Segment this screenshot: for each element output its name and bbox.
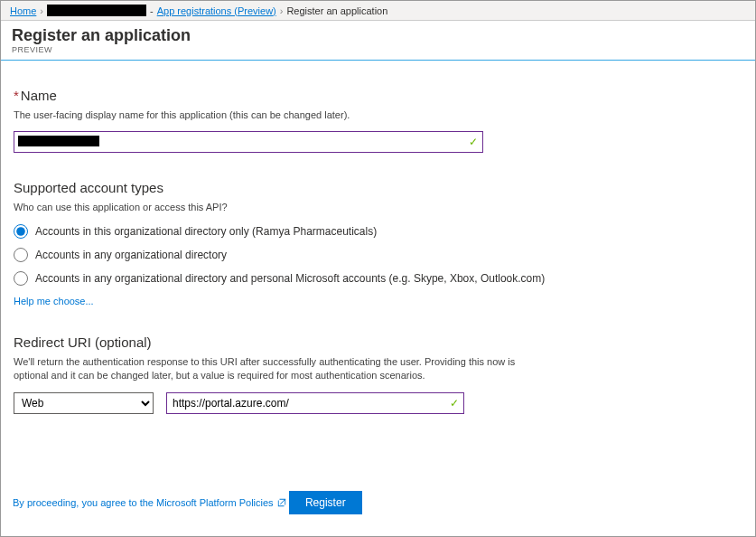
- required-indicator: *: [14, 88, 19, 103]
- accounts-title: Supported account types: [14, 180, 742, 195]
- chevron-right-icon: ›: [280, 5, 284, 16]
- account-type-option-0[interactable]: Accounts in this organizational director…: [14, 224, 742, 239]
- redirect-row: Web ✓: [14, 392, 742, 414]
- page-header: Register an application PREVIEW: [1, 21, 755, 61]
- redirect-uri-input[interactable]: [166, 392, 464, 414]
- redirect-section: Redirect URI (optional) We'll return the…: [14, 334, 742, 414]
- breadcrumb-dash: -: [150, 5, 154, 16]
- help-me-choose-link[interactable]: Help me choose...: [14, 296, 94, 306]
- preview-badge: PREVIEW: [12, 45, 744, 54]
- account-type-option-1[interactable]: Accounts in any organizational directory: [14, 248, 742, 262]
- accounts-description: Who can use this application or access t…: [14, 201, 742, 214]
- accounts-section: Supported account types Who can use this…: [14, 180, 742, 306]
- name-label: *Name: [14, 88, 742, 103]
- redirect-description: We'll return the authentication response…: [14, 355, 519, 383]
- name-input[interactable]: [14, 131, 483, 153]
- form-content: *Name The user-facing display name for t…: [1, 61, 755, 454]
- breadcrumb-home[interactable]: Home: [10, 5, 36, 16]
- consent-link[interactable]: By proceeding, you agree to the Microsof…: [13, 497, 286, 508]
- name-description: The user-facing display name for this ap…: [14, 108, 742, 122]
- register-button[interactable]: Register: [289, 491, 362, 514]
- breadcrumb-app-registrations[interactable]: App registrations (Preview): [157, 5, 276, 16]
- breadcrumb-tenant-redacted: [47, 5, 146, 16]
- account-type-radio-2[interactable]: [14, 271, 28, 286]
- account-type-option-2[interactable]: Accounts in any organizational directory…: [14, 271, 742, 286]
- form-footer: By proceeding, you agree to the Microsof…: [13, 491, 743, 524]
- account-type-radio-0[interactable]: [14, 224, 28, 239]
- name-section: *Name The user-facing display name for t…: [14, 88, 742, 153]
- redirect-title: Redirect URI (optional): [14, 334, 742, 350]
- chevron-right-icon: ›: [40, 5, 43, 16]
- platform-select[interactable]: Web: [14, 392, 154, 414]
- redirect-input-wrapper: ✓: [166, 392, 464, 414]
- name-input-wrapper: ✓: [14, 131, 483, 153]
- page-title: Register an application: [12, 26, 744, 45]
- breadcrumb-current: Register an application: [286, 5, 387, 16]
- external-link-icon: [277, 498, 286, 507]
- account-type-radio-group: Accounts in this organizational director…: [14, 224, 742, 286]
- breadcrumb: Home › - App registrations (Preview) › R…: [1, 1, 755, 21]
- account-type-radio-1[interactable]: [14, 248, 28, 262]
